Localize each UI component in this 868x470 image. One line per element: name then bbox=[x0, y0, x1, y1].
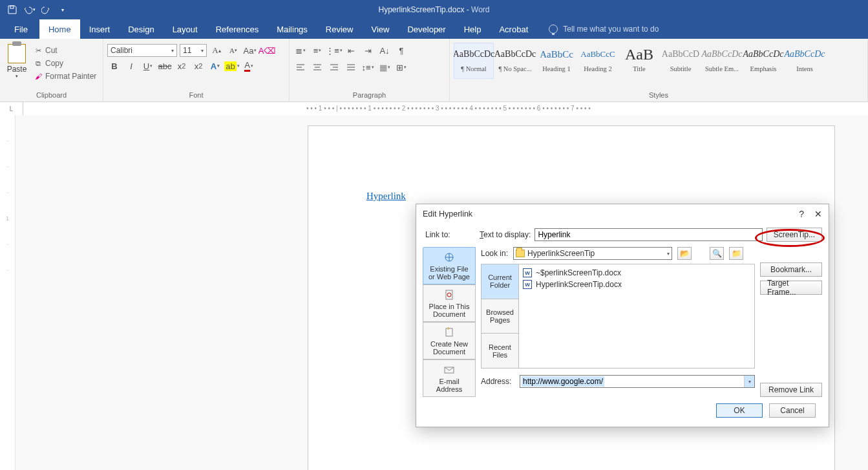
subscript-icon[interactable]: x2 bbox=[175, 59, 189, 72]
tell-me-label: Tell me what you want to do bbox=[563, 25, 659, 34]
increase-indent-icon[interactable]: ⇥ bbox=[361, 44, 375, 57]
strikethrough-icon[interactable]: abc bbox=[158, 59, 172, 72]
paste-button[interactable]: Paste ▾ bbox=[4, 44, 30, 83]
numbering-icon[interactable]: ≡▾ bbox=[310, 44, 324, 57]
save-icon[interactable] bbox=[5, 3, 19, 17]
tab-file[interactable]: File bbox=[3, 19, 39, 39]
document-name: HyperlinkScreenTip.docx bbox=[378, 5, 464, 14]
style-heading1[interactable]: AaBbCcHeading 1 bbox=[536, 43, 577, 79]
document-target-icon bbox=[443, 289, 455, 301]
style-heading2[interactable]: AaBbCcCHeading 2 bbox=[578, 43, 618, 79]
style-subtle-emphasis[interactable]: AaBbCcDcSubtle Em... bbox=[702, 43, 742, 79]
linkto-place-in-doc[interactable]: Place in This Document bbox=[423, 284, 476, 322]
format-painter-button[interactable]: 🖌Format Painter bbox=[32, 70, 98, 83]
line-spacing-icon[interactable]: ↕≡▾ bbox=[361, 61, 375, 74]
ruler-vertical[interactable]: ···1·· bbox=[0, 115, 16, 470]
sort-icon[interactable]: A↓ bbox=[377, 44, 392, 57]
dialog-title-bar[interactable]: Edit Hyperlink ? ✕ bbox=[416, 204, 829, 224]
align-center-icon[interactable] bbox=[310, 61, 324, 74]
tell-me-search[interactable]: Tell me what you want to do bbox=[549, 19, 659, 39]
tab-current-folder[interactable]: Current Folder bbox=[482, 264, 519, 299]
browse-web-button[interactable]: 🔍 bbox=[710, 247, 724, 260]
text-effects-icon[interactable]: A▾ bbox=[208, 59, 222, 72]
highlight-icon[interactable]: ab▾ bbox=[225, 59, 239, 72]
screentip-button[interactable]: ScreenTip... bbox=[767, 228, 822, 242]
open-folder-icon: 📁 bbox=[732, 249, 741, 258]
file-list[interactable]: W~$perlinkScreenTip.docx WHyperlinkScree… bbox=[519, 264, 754, 368]
text-to-display-input[interactable] bbox=[535, 228, 762, 241]
tab-review[interactable]: Review bbox=[317, 19, 363, 39]
italic-icon[interactable]: I bbox=[124, 59, 138, 72]
tab-insert[interactable]: Insert bbox=[80, 19, 120, 39]
clear-formatting-icon[interactable]: A⌫ bbox=[260, 44, 274, 57]
close-icon[interactable]: ✕ bbox=[814, 209, 822, 219]
tab-help[interactable]: Help bbox=[455, 19, 491, 39]
list-item[interactable]: W~$perlinkScreenTip.docx bbox=[523, 267, 750, 279]
bullets-icon[interactable]: ≣▾ bbox=[293, 44, 308, 57]
linkto-create-new-doc[interactable]: Create New Document bbox=[423, 322, 476, 359]
address-dropdown-icon[interactable]: ▾ bbox=[744, 376, 754, 387]
font-size-combo[interactable]: 11▾ bbox=[180, 44, 207, 57]
group-paragraph: ≣▾ ≡▾ ⋮≡▾ ⇤ ⇥ A↓ ¶ bbox=[290, 39, 450, 101]
tab-design[interactable]: Design bbox=[119, 19, 163, 39]
borders-icon[interactable]: ⊞▾ bbox=[394, 61, 408, 74]
align-left-icon[interactable] bbox=[293, 61, 308, 74]
linkto-existing-file[interactable]: Existing File or Web Page bbox=[423, 247, 476, 284]
superscript-icon[interactable]: x2 bbox=[191, 59, 206, 72]
undo-icon[interactable]: ▾ bbox=[22, 3, 36, 17]
font-color-icon[interactable]: A▾ bbox=[242, 59, 256, 72]
style-emphasis[interactable]: AaBbCcDcEmphasis bbox=[743, 43, 783, 79]
target-frame-button[interactable]: Target Frame... bbox=[760, 281, 822, 295]
ruler-scale[interactable]: • • • 1 • • • | • • • • • • • 1 • • • • … bbox=[306, 102, 868, 115]
look-in-combo[interactable]: HyperlinkScreenTip ▾ bbox=[513, 247, 672, 260]
copy-button[interactable]: ⧉Copy bbox=[32, 57, 98, 70]
qat-customize-icon[interactable]: ▾ bbox=[56, 3, 70, 17]
help-icon[interactable]: ? bbox=[799, 209, 804, 219]
word-file-icon: W bbox=[523, 268, 532, 277]
shading-icon[interactable]: ▦▾ bbox=[377, 61, 392, 74]
styles-gallery[interactable]: AaBbCcDc¶ Normal AaBbCcDc¶ No Spac... Aa… bbox=[454, 40, 863, 79]
tab-mailings[interactable]: Mailings bbox=[268, 19, 317, 39]
underline-icon[interactable]: U▾ bbox=[141, 59, 155, 72]
ruler-corner[interactable]: L bbox=[0, 102, 23, 115]
list-item[interactable]: WHyperlinkScreenTip.docx bbox=[523, 279, 750, 290]
change-case-icon[interactable]: Aa▾ bbox=[243, 44, 257, 57]
decrease-indent-icon[interactable]: ⇤ bbox=[344, 44, 358, 57]
tab-home[interactable]: Home bbox=[39, 19, 80, 39]
tab-browsed-pages[interactable]: Browsed Pages bbox=[482, 299, 519, 334]
ok-button[interactable]: OK bbox=[716, 403, 763, 418]
multilevel-list-icon[interactable]: ⋮≡▾ bbox=[327, 44, 341, 57]
style-intense[interactable]: AaBbCcDcIntens bbox=[785, 43, 825, 79]
show-marks-icon[interactable]: ¶ bbox=[394, 44, 408, 57]
tab-developer[interactable]: Developer bbox=[398, 19, 454, 39]
font-name-combo[interactable]: Calibri▾ bbox=[107, 44, 177, 57]
address-input[interactable]: http://www.google.com/ ▾ bbox=[520, 375, 755, 388]
title-bar: ▾ ▾ HyperlinkScreenTip.docx - Word bbox=[0, 0, 868, 19]
bold-icon[interactable]: B bbox=[107, 59, 122, 72]
cancel-button[interactable]: Cancel bbox=[769, 403, 816, 418]
shrink-font-icon[interactable]: A▾ bbox=[226, 44, 240, 57]
hyperlink-text[interactable]: Hyperlink bbox=[366, 191, 406, 202]
style-normal[interactable]: AaBbCcDc¶ Normal bbox=[454, 43, 494, 79]
align-right-icon[interactable] bbox=[327, 61, 341, 74]
cut-button[interactable]: ✂Cut bbox=[32, 44, 98, 57]
up-one-level-button[interactable]: 📂 bbox=[677, 247, 692, 260]
bookmark-button[interactable]: Bookmark... bbox=[760, 262, 822, 277]
grow-font-icon[interactable]: A▴ bbox=[209, 44, 224, 57]
address-label: Address: bbox=[481, 377, 514, 386]
redo-icon[interactable] bbox=[39, 3, 53, 17]
style-subtitle[interactable]: AaBbCcDSubtitle bbox=[661, 43, 701, 79]
tab-recent-files[interactable]: Recent Files bbox=[482, 334, 519, 368]
tab-layout[interactable]: Layout bbox=[164, 19, 207, 39]
tab-acrobat[interactable]: Acrobat bbox=[490, 19, 537, 39]
tab-references[interactable]: References bbox=[207, 19, 268, 39]
linkto-email-address[interactable]: E-mail Address bbox=[423, 359, 476, 397]
browse-file-button[interactable]: 📁 bbox=[729, 247, 743, 260]
remove-link-button[interactable]: Remove Link bbox=[760, 383, 822, 397]
justify-icon[interactable] bbox=[344, 61, 358, 74]
dialog-title: Edit Hyperlink bbox=[423, 209, 472, 219]
style-title[interactable]: AaBTitle bbox=[619, 43, 659, 79]
tab-view[interactable]: View bbox=[362, 19, 398, 39]
style-no-spacing[interactable]: AaBbCcDc¶ No Spac... bbox=[495, 43, 535, 79]
globe-page-icon bbox=[443, 251, 455, 263]
